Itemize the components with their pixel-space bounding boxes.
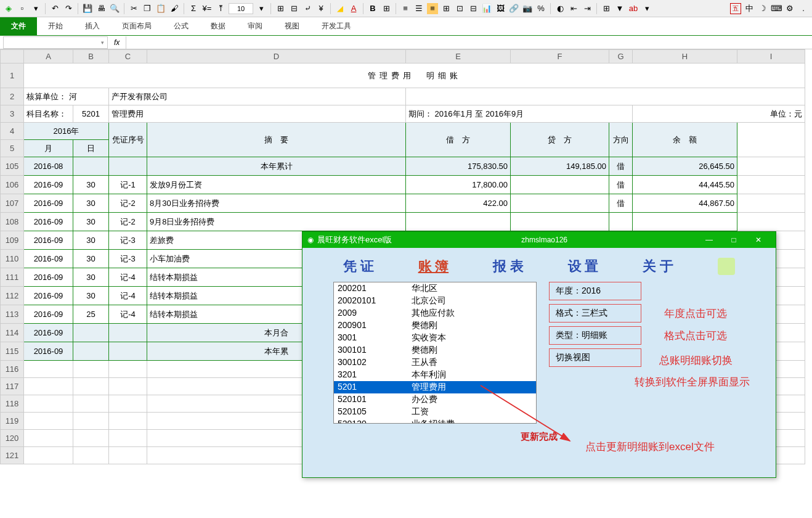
cell-day[interactable] [73, 157, 109, 176]
cell-month[interactable]: 2016-09 [24, 287, 73, 305]
align-center-icon[interactable]: ☰ [413, 3, 424, 14]
sort-icon[interactable]: ⤒ [215, 3, 226, 14]
cell[interactable] [109, 447, 147, 464]
cell-day[interactable]: 30 [73, 250, 109, 268]
formula-icon[interactable]: ¥= [201, 3, 213, 14]
row-header[interactable]: 4 [1, 123, 24, 140]
cell-debit[interactable]: 422.00 [406, 194, 511, 213]
cell-direction[interactable]: 借 [609, 157, 633, 176]
cell-direction[interactable]: 借 [609, 176, 633, 194]
cell[interactable] [24, 395, 73, 413]
maximize-button[interactable]: □ [721, 236, 746, 244]
more-icon[interactable]: ▾ [641, 3, 652, 14]
cell[interactable] [73, 395, 109, 413]
sheet-title[interactable]: 管理费用 明细账 [24, 64, 805, 88]
column-header[interactable]: D [147, 50, 406, 64]
row-header[interactable]: 116 [1, 361, 24, 378]
indent-left-icon[interactable]: ⇤ [568, 3, 579, 14]
dropdown-icon[interactable]: ▾ [30, 3, 41, 14]
borders-icon[interactable]: ⊡ [454, 3, 465, 14]
cell-summary[interactable]: 8月30日业务招待费 [147, 194, 406, 213]
align-right-icon[interactable]: ≡ [427, 3, 438, 14]
bold-icon[interactable]: B [367, 3, 378, 14]
select-all-corner[interactable] [1, 50, 24, 64]
hdr-credit[interactable]: 贷 方 [511, 123, 609, 157]
new-icon[interactable]: ▫ [17, 3, 28, 14]
redo-icon[interactable]: ↷ [63, 3, 74, 14]
cell-month[interactable]: 2016-09 [24, 268, 73, 287]
formula-input[interactable] [126, 36, 812, 49]
row-header[interactable]: 115 [1, 342, 24, 361]
row-header[interactable]: 105 [1, 157, 24, 176]
cell-day[interactable]: 30 [73, 213, 109, 231]
cell[interactable] [24, 447, 73, 464]
hdr-debit[interactable]: 借 方 [406, 123, 511, 157]
cell-summary[interactable]: 发放9月份工资 [147, 176, 406, 194]
cell-debit[interactable]: 175,830.50 [406, 157, 511, 176]
list-item[interactable]: 3001实收资本 [334, 332, 536, 344]
cell-month[interactable]: 2016-09 [24, 305, 73, 324]
keyboard-icon[interactable]: ⌨ [771, 3, 782, 14]
row-header[interactable]: 1 [1, 64, 24, 88]
cell[interactable] [737, 176, 805, 194]
hdr-balance[interactable]: 余 额 [633, 123, 737, 157]
row-header[interactable]: 119 [1, 413, 24, 430]
cell[interactable] [737, 194, 805, 213]
cell-credit[interactable] [511, 176, 609, 194]
cell-voucher[interactable]: 记-3 [109, 250, 147, 268]
cell[interactable] [109, 361, 147, 378]
column-header[interactable]: F [511, 50, 609, 64]
nav-voucher[interactable]: 凭 证 [343, 257, 374, 276]
row-header[interactable]: 108 [1, 213, 24, 231]
cell-voucher[interactable]: 记-1 [109, 176, 147, 194]
currency-cell[interactable]: 单位：元 [633, 105, 805, 123]
cell[interactable] [109, 378, 147, 395]
hdr-voucher[interactable]: 凭证序号 [109, 123, 147, 157]
cell[interactable] [24, 430, 73, 447]
row-header[interactable]: 117 [1, 378, 24, 395]
nav-about[interactable]: 关 于 [643, 257, 673, 276]
save-icon[interactable]: 💾 [82, 3, 93, 14]
font-size-input[interactable] [229, 3, 253, 14]
row-header[interactable]: 110 [1, 250, 24, 268]
hdr-day[interactable]: 日 [73, 140, 109, 157]
row-header[interactable]: 3 [1, 105, 24, 123]
row-header[interactable]: 113 [1, 305, 24, 324]
cell[interactable] [73, 361, 109, 378]
unit-cell[interactable]: 核算单位： 河 [24, 88, 109, 105]
cell-day[interactable]: 30 [73, 287, 109, 305]
cell-balance[interactable] [633, 213, 737, 231]
list-item[interactable]: 20020101北京公司 [334, 295, 536, 307]
cell[interactable] [406, 88, 805, 105]
cell-voucher[interactable]: 记-4 [109, 287, 147, 305]
cell-balance[interactable]: 26,645.50 [633, 157, 737, 176]
cell[interactable] [109, 430, 147, 447]
cell-direction[interactable] [609, 213, 633, 231]
period-cell[interactable]: 期间： 2016年1月 至 2016年9月 [406, 105, 633, 123]
dialog-titlebar[interactable]: ◉ 晨旺财务软件excel版 zhmslmao126 — □ ✕ [302, 232, 776, 248]
cell-summary[interactable]: 本年累计 [147, 157, 406, 176]
cell-credit[interactable] [511, 194, 609, 213]
tab-home[interactable]: 开始 [37, 17, 74, 35]
tab-data[interactable]: 数据 [200, 17, 237, 35]
cell-voucher[interactable]: 记-2 [109, 194, 147, 213]
row-header[interactable]: 120 [1, 430, 24, 447]
tab-layout[interactable]: 页面布局 [111, 17, 163, 35]
name-box[interactable] [3, 36, 108, 49]
cell[interactable] [737, 123, 805, 157]
hdr-year[interactable]: 2016年 [24, 123, 109, 140]
tab-insert[interactable]: 插入 [74, 17, 111, 35]
preview-icon[interactable]: 🔍 [109, 3, 120, 14]
cell[interactable] [73, 378, 109, 395]
merge2-icon[interactable]: ⊟ [288, 3, 299, 14]
cell-summary[interactable]: 9月8日业务招待费 [147, 213, 406, 231]
cell-voucher[interactable]: 记-4 [109, 305, 147, 324]
dropdown-icon[interactable]: ▾ [256, 3, 267, 14]
fx-icon[interactable]: fx [114, 38, 120, 47]
chart-icon[interactable]: 📊 [481, 3, 492, 14]
print-icon[interactable]: 🖶 [95, 3, 107, 14]
cell-month[interactable]: 2016-09 [24, 213, 73, 231]
column-header[interactable]: G [609, 50, 633, 64]
cell[interactable] [73, 413, 109, 430]
cell-credit[interactable] [511, 213, 609, 231]
